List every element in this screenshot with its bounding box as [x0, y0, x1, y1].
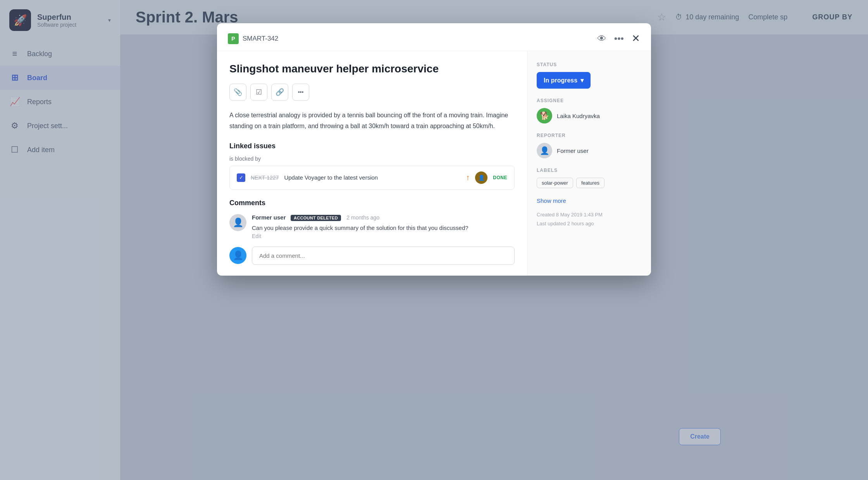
show-more-link[interactable]: Show more — [537, 197, 642, 204]
label-tag[interactable]: solar-power — [537, 178, 573, 188]
assignee-section: ASSIGNEE 🐕 Laika Kudryavka — [537, 98, 642, 123]
modal-left-panel: Slingshot maneuver helper microservice 📎… — [217, 51, 527, 276]
comment-author: Former user — [252, 214, 286, 221]
comment-text: Can you please provide a quick summary o… — [252, 223, 468, 233]
modal-header-actions: 👁 ••• ✕ — [597, 33, 640, 45]
issue-id: SMART-342 — [243, 35, 278, 43]
meta-info: Created 8 May 2019 1:43 PM Last updated … — [537, 210, 642, 228]
reporter-label: REPORTER — [537, 133, 642, 138]
account-deleted-badge: ACCOUNT DELETED — [291, 215, 341, 221]
labels-row: solar-powerfeatures — [537, 178, 642, 188]
close-icon[interactable]: ✕ — [632, 33, 640, 45]
modal-right-panel: STATUS In progress ▾ ASSIGNEE 🐕 Laika Ku… — [527, 51, 651, 276]
comments-title: Comments — [229, 199, 515, 207]
link-button[interactable]: 🔗 — [271, 84, 288, 101]
blocked-by-label: is blocked by — [229, 156, 515, 162]
more-toolbar-button[interactable]: ••• — [292, 84, 309, 101]
issue-description: A close terrestrial analogy is provided … — [229, 110, 515, 131]
modal-issue-title: Slingshot maneuver helper microservice — [229, 62, 515, 76]
issue-type-icon: P — [228, 33, 239, 44]
linked-issue-text: Update Voyager to the latest version — [284, 174, 460, 181]
modal-overlay[interactable]: P SMART-342 👁 ••• ✕ Slingshot maneuver h… — [0, 0, 868, 480]
label-tag[interactable]: features — [576, 178, 604, 188]
issue-id-container: P SMART-342 — [228, 33, 278, 44]
current-user-avatar: 👤 — [229, 247, 246, 264]
linked-issues-title: Linked issues — [229, 142, 515, 150]
comments-section: Comments 👤 Former user ACCOUNT DELETED 2… — [229, 199, 515, 265]
linked-issues-section: Linked issues is blocked by ✓ NEXT-1227 … — [229, 142, 515, 190]
assignee-avatar: 🐕 — [537, 108, 552, 123]
comment-content: Former user ACCOUNT DELETED 2 months ago… — [252, 214, 468, 240]
watch-icon[interactable]: 👁 — [597, 33, 606, 44]
linked-issue-status: DONE — [493, 175, 507, 180]
comment-input[interactable] — [252, 247, 515, 265]
comment-time: 2 months ago — [346, 214, 379, 221]
issue-modal: P SMART-342 👁 ••• ✕ Slingshot maneuver h… — [217, 23, 651, 276]
comment-row: 👤 Former user ACCOUNT DELETED 2 months a… — [229, 214, 515, 240]
modal-header: P SMART-342 👁 ••• ✕ — [217, 23, 651, 51]
assignee-name: Laika Kudryavka — [557, 113, 600, 119]
status-chevron-icon: ▾ — [580, 77, 584, 84]
comment-header: Former user ACCOUNT DELETED 2 months ago — [252, 214, 468, 221]
linked-issue-id: NEXT-1227 — [251, 175, 279, 181]
reporter-row: 👤 Former user — [537, 143, 642, 158]
more-options-icon[interactable]: ••• — [614, 33, 624, 44]
status-value: In progress — [544, 77, 577, 84]
priority-up-icon: ↑ — [466, 173, 470, 182]
updated-text: Last updated 2 hours ago — [537, 219, 642, 228]
labels-section: LABELS solar-powerfeatures — [537, 168, 642, 188]
reporter-section: REPORTER 👤 Former user — [537, 133, 642, 158]
assignee-label: ASSIGNEE — [537, 98, 642, 103]
modal-toolbar: 📎 ☑ 🔗 ••• — [229, 84, 515, 101]
commenter-avatar: 👤 — [229, 214, 246, 231]
linked-issue-checkbox: ✓ — [237, 173, 245, 182]
status-button[interactable]: In progress ▾ — [537, 72, 591, 89]
modal-body: Slingshot maneuver helper microservice 📎… — [217, 51, 651, 276]
comment-edit-button[interactable]: Edit — [252, 233, 261, 239]
labels-label: LABELS — [537, 168, 642, 173]
reporter-avatar: 👤 — [537, 143, 552, 158]
status-label: STATUS — [537, 62, 642, 67]
comment-input-row: 👤 — [229, 247, 515, 265]
created-text: Created 8 May 2019 1:43 PM — [537, 210, 642, 219]
reporter-name: Former user — [557, 147, 589, 154]
linked-issue-row[interactable]: ✓ NEXT-1227 Update Voyager to the latest… — [229, 166, 515, 190]
attachment-button[interactable]: 📎 — [229, 84, 246, 101]
status-section: STATUS In progress ▾ — [537, 62, 642, 89]
assignee-row: 🐕 Laika Kudryavka — [537, 108, 642, 123]
checklist-button[interactable]: ☑ — [250, 84, 267, 101]
linked-issue-avatar: 👤 — [475, 171, 487, 184]
